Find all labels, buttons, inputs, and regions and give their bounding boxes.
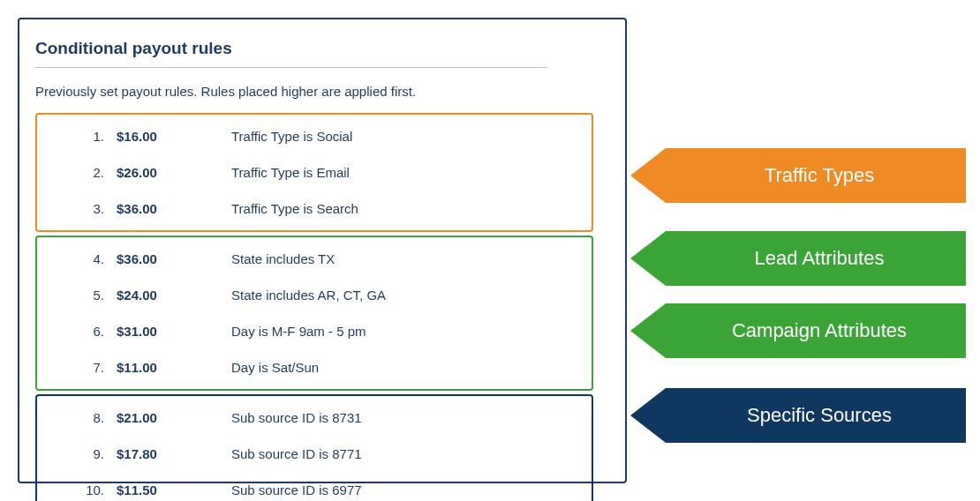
rule-index: 10. [37,482,117,497]
rule-amount: $11.00 [117,360,231,375]
rule-condition: Sub source ID is 8771 [231,446,592,461]
rule-index: 5. [37,288,117,303]
rule-row: 6. $31.00 Day is M-F 9am - 5 pm [37,313,592,349]
rule-condition: Sub source ID is 6977 [231,482,592,497]
rule-condition: Traffic Type is Email [231,165,592,180]
rule-row: 2. $26.00 Traffic Type is Email [37,154,592,191]
rule-amount: $36.00 [117,251,231,266]
rule-condition: Traffic Type is Search [231,201,592,216]
callout-label: Specific Sources [683,388,955,443]
rule-index: 4. [37,251,117,266]
callout-specific-sources: Specific Sources [630,388,966,443]
rule-group-attributes: 4. $36.00 State includes TX 5. $24.00 St… [35,236,593,391]
rule-condition: Traffic Type is Social [231,129,592,144]
rule-row: 4. $36.00 State includes TX [37,241,592,277]
rule-index: 2. [37,165,117,180]
rule-condition: State includes AR, CT, GA [231,288,592,303]
callout-label: Traffic Types [683,148,955,203]
rule-row: 9. $17.80 Sub source ID is 8771 [37,436,592,472]
rule-row: 10. $11.50 Sub source ID is 6977 [37,472,592,501]
rule-index: 9. [37,446,117,461]
rule-index: 3. [37,201,117,216]
rules-panel: Conditional payout rules Previously set … [18,18,627,483]
rule-amount: $26.00 [117,165,231,180]
rule-group-sources: 8. $21.00 Sub source ID is 8731 9. $17.8… [35,394,593,501]
rule-index: 1. [37,129,117,144]
rule-condition: Day is Sat/Sun [231,360,592,375]
rule-amount: $16.00 [117,129,231,144]
rule-amount: $24.00 [117,288,231,303]
rule-row: 8. $21.00 Sub source ID is 8731 [37,400,592,436]
callout-label: Campaign Attributes [683,303,955,358]
rule-row: 5. $24.00 State includes AR, CT, GA [37,277,592,313]
rule-group-traffic: 1. $16.00 Traffic Type is Social 2. $26.… [35,113,593,232]
rule-amount: $36.00 [117,201,231,216]
rule-amount: $11.50 [117,482,231,497]
panel-subtitle: Previously set payout rules. Rules place… [35,84,609,99]
callout-lead-attributes: Lead Attributes [630,231,966,286]
rule-condition: State includes TX [231,251,592,266]
rule-amount: $31.00 [117,324,231,339]
callout-campaign-attributes: Campaign Attributes [630,303,966,358]
rule-amount: $17.80 [117,446,231,461]
rule-index: 7. [37,360,117,375]
rule-condition: Day is M-F 9am - 5 pm [231,324,592,339]
callout-traffic-types: Traffic Types [630,148,966,203]
panel-title: Conditional payout rules [35,39,547,68]
rule-index: 8. [37,410,117,425]
callout-label: Lead Attributes [683,231,955,286]
rule-condition: Sub source ID is 8731 [231,410,592,425]
rule-index: 6. [37,324,117,339]
rule-amount: $21.00 [117,410,231,425]
rule-row: 1. $16.00 Traffic Type is Social [37,118,592,154]
rule-row: 7. $11.00 Day is Sat/Sun [37,349,592,385]
rule-row: 3. $36.00 Traffic Type is Search [37,191,592,227]
